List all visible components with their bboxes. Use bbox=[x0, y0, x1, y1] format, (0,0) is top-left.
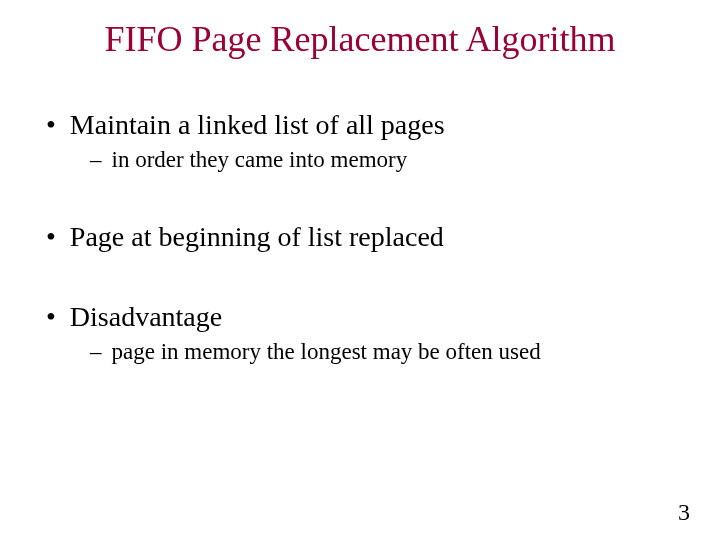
sub-bullet-text: page in memory the longest may be often … bbox=[112, 339, 541, 365]
sub-bullet-text: in order they came into memory bbox=[112, 147, 408, 173]
bullet-marker: • bbox=[46, 109, 56, 141]
bullet-marker: • bbox=[46, 221, 56, 253]
sub-bullet-item: – page in memory the longest may be ofte… bbox=[46, 339, 680, 365]
bullet-text: Page at beginning of list replaced bbox=[70, 221, 444, 253]
dash-marker: – bbox=[90, 147, 102, 173]
bullet-item: • Disadvantage bbox=[46, 301, 680, 333]
bullet-text: Maintain a linked list of all pages bbox=[70, 109, 445, 141]
bullet-item: • Page at beginning of list replaced bbox=[46, 221, 680, 253]
slide-title: FIFO Page Replacement Algorithm bbox=[40, 18, 680, 61]
sub-bullet-item: – in order they came into memory bbox=[46, 147, 680, 173]
bullet-marker: • bbox=[46, 301, 56, 333]
slide: FIFO Page Replacement Algorithm • Mainta… bbox=[0, 0, 720, 540]
slide-content: • Maintain a linked list of all pages – … bbox=[40, 109, 680, 365]
bullet-text: Disadvantage bbox=[70, 301, 222, 333]
bullet-item: • Maintain a linked list of all pages bbox=[46, 109, 680, 141]
spacer bbox=[46, 179, 680, 221]
page-number: 3 bbox=[678, 499, 690, 526]
spacer bbox=[46, 259, 680, 301]
dash-marker: – bbox=[90, 339, 102, 365]
